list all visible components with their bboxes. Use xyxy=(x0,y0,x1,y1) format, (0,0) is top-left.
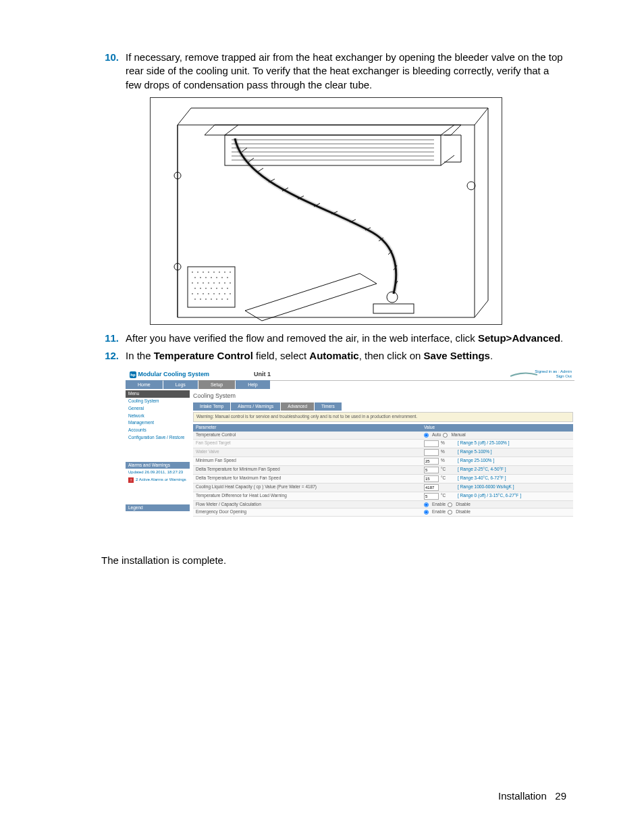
input-delta-min[interactable] xyxy=(424,467,439,473)
input-heat-cap[interactable] xyxy=(424,484,439,491)
input-min-fan[interactable] xyxy=(424,458,439,465)
svg-point-20 xyxy=(227,277,228,278)
param-value: °C[ Range 3-40°C, 6-72°F ] xyxy=(421,475,573,483)
menu-header: Menu xyxy=(126,390,190,398)
enable-label: Enable xyxy=(432,509,446,515)
menu-network[interactable]: Network xyxy=(126,413,190,420)
b1: Temperature Control xyxy=(154,350,253,361)
subtab-intake[interactable]: Intake Temp xyxy=(193,402,230,411)
svg-point-30 xyxy=(200,288,201,289)
range-label: [ Range 25-100% ] xyxy=(458,458,494,464)
radio-enable[interactable] xyxy=(424,502,429,507)
step-text: If necessary, remove trapped air from th… xyxy=(126,51,563,90)
col-value: Value xyxy=(421,424,573,432)
input-temp-diff[interactable] xyxy=(424,493,439,500)
alarms-count-label: 2 Active Alarms or Warnings xyxy=(136,477,186,482)
svg-point-40 xyxy=(213,293,215,294)
p3: , then click on xyxy=(359,350,424,361)
step-text-post: . xyxy=(560,332,563,344)
signout-area[interactable]: Signed in as : Admin Sign Out xyxy=(535,369,572,378)
param-value: %[ Range 5-100% ] xyxy=(421,448,573,457)
header-bar: hp Modular Cooling System Unit 1 Signed … xyxy=(126,368,574,381)
svg-point-49 xyxy=(221,298,223,300)
svg-point-16 xyxy=(205,277,207,278)
svg-point-42 xyxy=(224,293,225,294)
svg-point-39 xyxy=(208,293,209,294)
input-delta-max[interactable] xyxy=(424,475,439,482)
step-10: 10. If necessary, remove trapped air fro… xyxy=(101,51,567,325)
menu-accounts[interactable]: Accounts xyxy=(126,427,190,434)
b3: Save Settings xyxy=(424,350,490,361)
svg-point-45 xyxy=(200,298,201,300)
radio-enable[interactable] xyxy=(424,510,429,515)
svg-point-22 xyxy=(197,282,198,284)
svg-point-25 xyxy=(213,282,215,284)
svg-point-29 xyxy=(194,288,196,289)
svg-point-36 xyxy=(192,293,193,294)
param-value: EnableDisable xyxy=(421,501,573,509)
range-label: [ Range 0 (off) / 3-15°C, 6-27°F ] xyxy=(458,493,521,499)
step-text-bold: Setup>Advanced xyxy=(478,332,560,344)
range-label: [ Range 1000-6000 Ws/kgK ] xyxy=(458,484,514,490)
footer-page: 29 xyxy=(555,790,566,802)
unit-label: °C xyxy=(441,475,456,481)
footer-section: Installation xyxy=(498,790,547,802)
unit-label: % xyxy=(441,449,456,455)
svg-point-24 xyxy=(208,282,209,284)
table-header: Parameter Value xyxy=(193,424,573,432)
row-water-valve: Water Valve %[ Range 5-100% ] xyxy=(193,448,573,457)
param-value: Auto Manual xyxy=(421,432,573,439)
p1: In the xyxy=(126,350,154,361)
tab-help[interactable]: Help xyxy=(236,380,269,389)
unit-label: °C xyxy=(441,467,456,473)
svg-point-35 xyxy=(227,288,228,289)
svg-point-37 xyxy=(197,293,198,294)
param-label: Temperature Difference for Heat Load War… xyxy=(193,492,421,500)
page-footer: Installation 29 xyxy=(498,790,566,802)
param-value: [ Range 1000-6000 Ws/kgK ] xyxy=(421,484,573,492)
param-value: %[ Range 25-100% ] xyxy=(421,457,573,465)
row-min-fan: Minimum Fan Speed %[ Range 25-100% ] xyxy=(193,457,573,466)
menu-config[interactable]: Configuration Save / Restore xyxy=(126,434,190,442)
tab-home[interactable]: Home xyxy=(126,380,163,389)
product-name: hp Modular Cooling System xyxy=(130,370,209,378)
row-heat-capacity: Cooling Liquid Heat Capacity ( cp ) Valu… xyxy=(193,484,573,492)
radio-disable[interactable] xyxy=(448,510,452,515)
range-label: [ Range 5 (off) / 25-100% ] xyxy=(458,440,509,446)
param-label: Delta Temperature for Minimum Fan Speed xyxy=(193,466,421,474)
product-label: Modular Cooling System xyxy=(138,371,210,377)
row-fan-target: Fan Speed Target %[ Range 5 (off) / 25-1… xyxy=(193,440,573,448)
radio-manual[interactable] xyxy=(443,433,448,438)
svg-point-50 xyxy=(227,298,228,300)
radio-auto[interactable] xyxy=(424,433,429,438)
svg-point-26 xyxy=(219,282,220,284)
param-label: Temperature Control xyxy=(193,432,421,439)
step-12: 12. In the Temperature Control field, se… xyxy=(101,349,567,517)
row-temp-diff-warn: Temperature Difference for Heat Load War… xyxy=(193,492,573,501)
menu-management[interactable]: Management xyxy=(126,419,190,427)
warning-banner: Warning: Manual control is for service a… xyxy=(193,412,573,422)
menu-cooling[interactable]: Cooling System xyxy=(126,398,190,405)
tab-setup[interactable]: Setup xyxy=(198,380,235,389)
input-fan-target[interactable] xyxy=(424,440,439,447)
svg-point-15 xyxy=(200,277,201,278)
alarms-count-row[interactable]: ! 2 Active Alarms or Warnings xyxy=(126,475,190,484)
table-body: Temperature Control Auto Manual Fan Spee… xyxy=(193,432,573,517)
menu-general[interactable]: General xyxy=(126,405,190,413)
subtab-alarms[interactable]: Alarms / Warnings xyxy=(231,402,280,411)
tab-logs[interactable]: Logs xyxy=(163,380,198,389)
step-number: 11. xyxy=(101,332,119,345)
svg-point-9 xyxy=(208,271,209,273)
alarms-header: Alarms and Warnings xyxy=(126,462,190,469)
svg-point-6 xyxy=(192,271,193,273)
subtab-advanced[interactable]: Advanced xyxy=(281,402,314,411)
param-value: °C[ Range 2-25°C, 4-50°F ] xyxy=(421,466,573,474)
input-water-valve[interactable] xyxy=(424,449,439,456)
svg-point-32 xyxy=(211,288,212,289)
signout-link[interactable]: Sign Out xyxy=(556,374,572,378)
hp-logo-icon: hp xyxy=(130,371,136,378)
radio-disable[interactable] xyxy=(448,502,452,507)
radio-manual-label: Manual xyxy=(451,432,465,438)
subtab-timers[interactable]: Timers xyxy=(315,402,342,411)
unit-label: % xyxy=(441,440,456,446)
